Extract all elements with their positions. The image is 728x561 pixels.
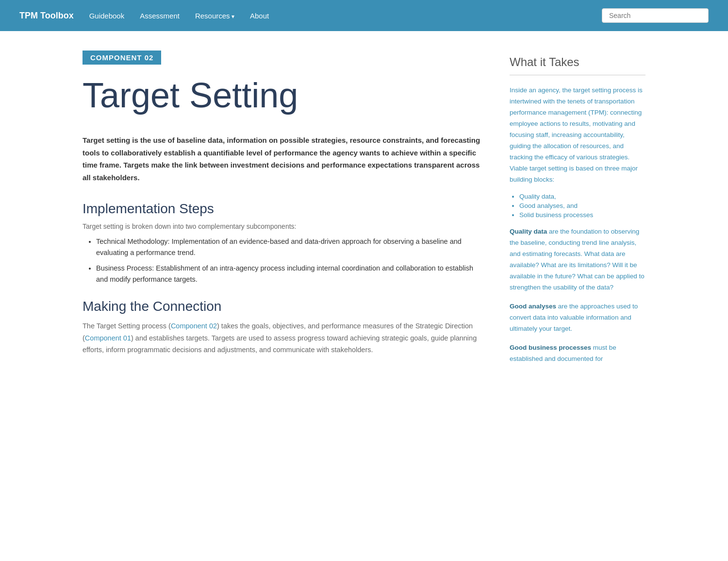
component01-link[interactable]: Component 01 xyxy=(85,334,131,342)
list-item: Good analyses, and xyxy=(519,202,645,209)
sidebar-title: What it Takes xyxy=(510,55,645,69)
list-item: Technical Methodology: Implementation of… xyxy=(96,236,480,258)
component-badge: COMPONENT 02 xyxy=(83,51,161,65)
list-item: Quality data, xyxy=(519,193,645,200)
section2-title: Making the Connection xyxy=(83,299,480,314)
intro-text: Target setting is the use of baseline da… xyxy=(83,134,480,184)
nav-link-assessment[interactable]: Assessment xyxy=(140,12,180,20)
section2-text-part3: ) and establishes targets. Targets are u… xyxy=(83,334,477,354)
page-wrapper: COMPONENT 02 Target Setting Target setti… xyxy=(63,31,665,402)
list-item: Solid business processes xyxy=(519,211,645,219)
implementation-bullets: Technical Methodology: Implementation of… xyxy=(96,236,480,285)
section1-title: Implementation Steps xyxy=(83,201,480,217)
list-item: Business Process: Establishment of an in… xyxy=(96,263,480,285)
section1-subtext: Target setting is broken down into two c… xyxy=(83,222,480,230)
quality-data-label: Quality data xyxy=(510,228,547,235)
good-business-section: Good business processes must be establis… xyxy=(510,342,645,365)
section2-text: The Target Setting process (Component 02… xyxy=(83,320,480,356)
nav-brand[interactable]: TPM Toolbox xyxy=(19,11,74,21)
good-analyses-section: Good analyses are the approaches used to… xyxy=(510,301,645,335)
good-business-label: Good business processes xyxy=(510,344,591,351)
sidebar-intro-text: Inside an agency, the target setting pro… xyxy=(510,85,645,185)
sidebar: What it Takes Inside an agency, the targ… xyxy=(510,51,645,373)
nav-link-guidebook[interactable]: Guidebook xyxy=(89,12,125,20)
sidebar-divider xyxy=(510,75,645,75)
nav-link-about[interactable]: About xyxy=(250,12,269,20)
section2-text-part1: The Target Setting process ( xyxy=(83,322,171,330)
search-form xyxy=(602,8,709,23)
search-input[interactable] xyxy=(602,8,709,23)
quality-data-text: are the foundation to observing the base… xyxy=(510,228,645,291)
nav-link-resources[interactable]: Resources xyxy=(195,12,234,20)
page-title: Target Setting xyxy=(83,76,480,115)
quality-data-section: Quality data are the foundation to obser… xyxy=(510,226,645,293)
navbar: TPM Toolbox Guidebook Assessment Resourc… xyxy=(0,0,728,31)
good-analyses-label: Good analyses xyxy=(510,303,556,310)
component02-link[interactable]: Component 02 xyxy=(171,322,217,330)
main-content: COMPONENT 02 Target Setting Target setti… xyxy=(83,51,480,373)
building-blocks-list: Quality data, Good analyses, and Solid b… xyxy=(519,193,645,219)
